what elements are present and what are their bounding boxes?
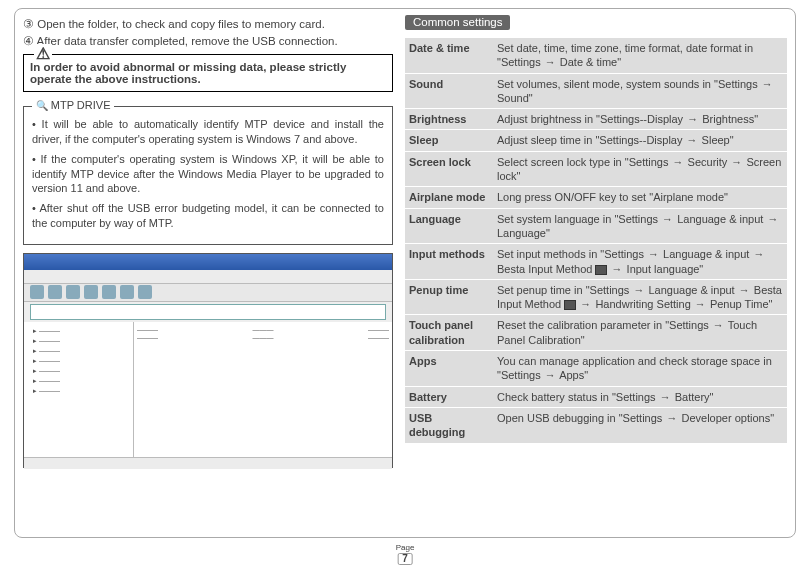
list-row: ————————— [137, 326, 389, 333]
settings-value: Reset the calibration parameter in "Sett… [493, 315, 787, 350]
settings-key: Battery [405, 387, 493, 407]
toolbar-icon [84, 285, 98, 299]
settings-key: Screen lock [405, 152, 493, 187]
settings-row: Penup timeSet penup time in "Settings → … [405, 280, 787, 315]
page-number: Page 7 [396, 544, 415, 565]
tree-item: ▸ ——— [27, 377, 130, 385]
settings-table: Date & timeSet date, time, time zone, ti… [405, 38, 787, 443]
mtp-drive-box: MTP DRIVE • It will be able to automatic… [23, 106, 393, 245]
settings-key: Penup time [405, 280, 493, 315]
settings-key: Date & time [405, 38, 493, 73]
explorer-sidebar: ▸ ——— ▸ ——— ▸ ——— ▸ ——— ▸ ——— ▸ ——— ▸ ——… [24, 322, 134, 457]
settings-value: Set penup time in "Settings → Language &… [493, 280, 787, 315]
settings-value: Check battery status in "Settings → Batt… [493, 387, 787, 407]
settings-key: Airplane mode [405, 187, 493, 207]
settings-key: Sleep [405, 130, 493, 150]
toolbar-icon [66, 285, 80, 299]
settings-value: Set date, time, time zone, time format, … [493, 38, 787, 73]
settings-row: Screen lockSelect screen lock type in "S… [405, 152, 787, 187]
settings-row: SleepAdjust sleep time in "Settings--Dis… [405, 130, 787, 150]
tree-item: ▸ ——— [27, 367, 130, 375]
tree-item: ▸ ——— [27, 387, 130, 395]
mtp-drive-title: MTP DRIVE [32, 98, 114, 113]
settings-value: You can manage application and check sto… [493, 351, 787, 386]
settings-key: Input methods [405, 244, 493, 279]
right-column: Common settings Date & timeSet date, tim… [405, 15, 787, 529]
window-toolbar [24, 284, 392, 302]
file-explorer-screenshot: ▸ ——— ▸ ——— ▸ ——— ▸ ——— ▸ ——— ▸ ——— ▸ ——… [23, 253, 393, 468]
warning-text: In order to avoid abnormal or missing da… [30, 61, 386, 85]
tree-item: ▸ ——— [27, 327, 130, 335]
settings-row: Airplane modeLong press ON/OFF key to se… [405, 187, 787, 207]
explorer-file-list: ————————— ————————— [134, 322, 392, 457]
settings-value: Set input methods in "Settings → Languag… [493, 244, 787, 279]
page-label: Page [396, 544, 415, 552]
tree-item: ▸ ——— [27, 357, 130, 365]
settings-row: BatteryCheck battery status in "Settings… [405, 387, 787, 407]
settings-row: Touch panel calibrationReset the calibra… [405, 315, 787, 350]
toolbar-icon [30, 285, 44, 299]
list-row: ————————— [137, 334, 389, 341]
settings-key: Language [405, 209, 493, 244]
address-bar [30, 304, 386, 320]
warning-icon: ⚠ [34, 44, 52, 63]
keyboard-icon [564, 300, 576, 310]
mtp-note-3: • After shut off the USB error budgeting… [32, 201, 384, 231]
settings-value: Open USB debugging in "Settings → Develo… [493, 408, 787, 443]
page-frame: ③ Open the folder, to check and copy fil… [14, 8, 796, 538]
settings-key: Touch panel calibration [405, 315, 493, 350]
settings-key: Sound [405, 74, 493, 109]
explorer-body: ▸ ——— ▸ ——— ▸ ——— ▸ ——— ▸ ——— ▸ ——— ▸ ——… [24, 322, 392, 457]
settings-row: AppsYou can manage application and check… [405, 351, 787, 386]
common-settings-header: Common settings [405, 15, 510, 30]
settings-row: Input methodsSet input methods in "Setti… [405, 244, 787, 279]
toolbar-icon [138, 285, 152, 299]
settings-row: USB debuggingOpen USB debugging in "Sett… [405, 408, 787, 443]
tree-item: ▸ ——— [27, 347, 130, 355]
window-titlebar [24, 254, 392, 270]
settings-key: Brightness [405, 109, 493, 129]
status-bar [24, 457, 392, 469]
settings-value: Adjust sleep time in "Settings--Display … [493, 130, 787, 150]
settings-key: Apps [405, 351, 493, 386]
page-number-value: 7 [397, 553, 413, 565]
settings-value: Set volumes, silent mode, system sounds … [493, 74, 787, 109]
settings-row: LanguageSet system language in "Settings… [405, 209, 787, 244]
left-column: ③ Open the folder, to check and copy fil… [23, 15, 393, 529]
instruction-step-3: ③ Open the folder, to check and copy fil… [23, 17, 393, 31]
toolbar-icon [102, 285, 116, 299]
settings-row: SoundSet volumes, silent mode, system so… [405, 74, 787, 109]
instruction-step-4: ④ After data transfer completed, remove … [23, 34, 393, 48]
settings-value: Adjust brightness in "Settings--Display … [493, 109, 787, 129]
settings-value: Long press ON/OFF key to set "Airplane m… [493, 187, 787, 207]
settings-value: Set system language in "Settings → Langu… [493, 209, 787, 244]
settings-key: USB debugging [405, 408, 493, 443]
window-menubar [24, 270, 392, 284]
settings-value: Select screen lock type in "Settings → S… [493, 152, 787, 187]
mtp-note-2: • If the computer's operating system is … [32, 152, 384, 197]
settings-row: BrightnessAdjust brightness in "Settings… [405, 109, 787, 129]
keyboard-icon [595, 265, 607, 275]
tree-item: ▸ ——— [27, 337, 130, 345]
settings-row: Date & timeSet date, time, time zone, ti… [405, 38, 787, 73]
toolbar-icon [120, 285, 134, 299]
warning-box: ⚠ In order to avoid abnormal or missing … [23, 54, 393, 92]
mtp-note-1: • It will be able to automatically ident… [32, 117, 384, 147]
toolbar-icon [48, 285, 62, 299]
